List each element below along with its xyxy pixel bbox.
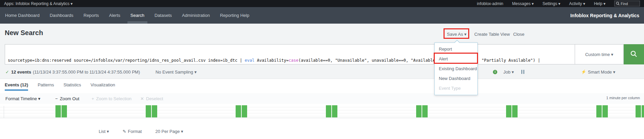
- per-page-menu[interactable]: 20 Per Page ▾: [155, 129, 183, 134]
- nav-dashboards[interactable]: Dashboards: [45, 7, 78, 24]
- apps-menu[interactable]: Apps: Infoblox Reporting & Analytics ▾: [4, 1, 73, 6]
- deselect-label: Deselect: [146, 96, 163, 101]
- nav-home-dashboard[interactable]: Home Dashboard: [0, 7, 45, 24]
- time-range-picker[interactable]: Custom time ▾: [575, 44, 624, 64]
- timeline-bar[interactable]: [55, 105, 61, 117]
- timeline-bar[interactable]: [512, 105, 518, 117]
- zoom-to-selection-button: + Zoom to Selection: [92, 96, 132, 101]
- nav-reporting-help[interactable]: Reporting Help: [215, 7, 255, 24]
- timeline-bar[interactable]: [422, 105, 428, 117]
- format-events-label: Format: [128, 129, 142, 134]
- format-events-menu[interactable]: ✎ Format: [122, 129, 142, 134]
- save-as-dropdown-menu: Report Alert Existing Dashboard New Dash…: [434, 43, 478, 95]
- timeline-bar[interactable]: [152, 105, 157, 117]
- query-args-text: (available==0, "Unavailable", unavailabl…: [299, 58, 543, 63]
- check-icon: ✓: [5, 70, 9, 75]
- timeline-scale-label: 1 minute per column: [606, 96, 640, 100]
- search-icon: [616, 1, 620, 7]
- help-menu[interactable]: Help ▾: [594, 1, 605, 6]
- job-status-bar: ✓ 12 events (11/13/24 3:37:55.000 PM to …: [0, 67, 644, 77]
- nav-datasets[interactable]: Datasets: [149, 7, 177, 24]
- close-button[interactable]: Close: [513, 32, 524, 37]
- lightning-icon: ⚡: [581, 70, 586, 74]
- status-right-controls: i Job ▾ ⚡ Smart Mode ▾: [493, 67, 615, 77]
- query-eval-keyword: eval: [245, 58, 255, 63]
- timeline-bar[interactable]: [146, 105, 151, 117]
- save-as-button[interactable]: Save As ▾: [447, 32, 467, 37]
- search-query-input[interactable]: sourcetype=ib:dns:reserved source=/infob…: [5, 44, 575, 64]
- nav-search-label: Search: [130, 13, 144, 18]
- menu-item-report[interactable]: Report: [435, 44, 477, 54]
- list-view-menu[interactable]: List ▾: [99, 129, 109, 134]
- app-title: Infoblox Reporting & Analytics: [566, 7, 644, 24]
- tab-patterns[interactable]: Patterns: [33, 79, 58, 91]
- plus-icon: +: [92, 96, 94, 101]
- zoom-out-label: Zoom Out: [60, 96, 79, 101]
- query-field-text: Availability=: [255, 58, 289, 63]
- format-timeline-menu[interactable]: Format Timeline ▾: [5, 96, 40, 101]
- nav-reports[interactable]: Reports: [78, 7, 104, 24]
- app-nav-bar: Home Dashboard Dashboards Reports Alerts…: [0, 7, 644, 24]
- nav-administration[interactable]: Administration: [177, 7, 215, 24]
- tab-events[interactable]: Events (12): [0, 79, 33, 91]
- timeline-chart[interactable]: [0, 105, 644, 118]
- nav-alerts[interactable]: Alerts: [104, 7, 125, 24]
- tab-statistics[interactable]: Statistics: [59, 79, 86, 91]
- active-nav-indicator: [127, 21, 147, 24]
- run-search-button[interactable]: [624, 44, 644, 64]
- pencil-icon: ✎: [122, 129, 126, 134]
- search-magnifier-icon: [630, 50, 638, 59]
- x-icon: ✕: [140, 96, 144, 101]
- search-mode-menu[interactable]: ⚡ Smart Mode ▾: [581, 70, 615, 75]
- timeline-bar[interactable]: [596, 105, 602, 117]
- query-case-keyword: case: [289, 58, 299, 63]
- user-menu[interactable]: infoblox-admin: [477, 1, 503, 6]
- event-count: 12 events: [11, 70, 31, 75]
- timeline-bar[interactable]: [416, 105, 422, 117]
- timeline-bar[interactable]: [602, 105, 608, 117]
- top-bar-right: infoblox-admin Messages ▾ Settings ▾ Act…: [477, 1, 640, 6]
- timeline-axis-line: [4, 106, 4, 118]
- menu-caret-fill: [454, 40, 460, 43]
- timeline-bar[interactable]: [506, 105, 511, 117]
- create-table-view-button[interactable]: Create Table View: [474, 32, 510, 37]
- query-line-1: sourcetype=ib:dns:reserved source=/infob…: [8, 57, 571, 64]
- timeline-bar[interactable]: [332, 105, 337, 117]
- timeline-bar[interactable]: [62, 105, 67, 117]
- timeline-bar[interactable]: [642, 105, 644, 117]
- page-title: New Search: [5, 29, 43, 37]
- event-time-range: (11/13/24 3:37:55.000 PM to 11/13/24 4:3…: [33, 70, 140, 75]
- deselect-button: ✕ Deselect: [140, 96, 163, 101]
- results-tabs: Events (12) Patterns Statistics Visualiz…: [0, 79, 644, 90]
- menu-item-new-dashboard[interactable]: New Dashboard: [435, 74, 477, 83]
- zoom-out-button[interactable]: − Zoom Out: [55, 96, 79, 101]
- menu-item-existing-dashboard[interactable]: Existing Dashboard: [435, 64, 477, 74]
- timeline-bar[interactable]: [326, 105, 331, 117]
- timeline-bar[interactable]: [236, 105, 241, 117]
- job-menu[interactable]: Job ▾: [503, 70, 514, 75]
- events-list-controls: List ▾ ✎ Format 20 Per Page ▾: [0, 127, 644, 136]
- find-search-box[interactable]: [614, 1, 640, 6]
- menu-item-event-type: Event Type: [435, 83, 477, 93]
- timeline-bar[interactable]: [636, 105, 641, 117]
- find-input[interactable]: [621, 2, 638, 6]
- event-sampling-menu[interactable]: No Event Sampling ▾: [156, 70, 196, 75]
- timeline-bar[interactable]: [242, 105, 247, 117]
- minus-icon: −: [55, 96, 58, 101]
- top-bar: Apps: Infoblox Reporting & Analytics ▾ i…: [0, 0, 644, 7]
- messages-menu[interactable]: Messages ▾: [512, 1, 534, 6]
- tab-visualization[interactable]: Visualization: [86, 79, 120, 91]
- search-mode-label: Smart Mode ▾: [588, 70, 615, 75]
- query-source-text: sourcetype=ib:dns:reserved source=/infob…: [8, 58, 245, 63]
- pause-icon[interactable]: [521, 70, 524, 74]
- timeline-controls: Format Timeline ▾ − Zoom Out + Zoom to S…: [0, 93, 644, 104]
- settings-menu[interactable]: Settings ▾: [543, 1, 560, 6]
- activity-menu[interactable]: Activity ▾: [569, 1, 585, 6]
- menu-item-alert[interactable]: Alert: [435, 54, 477, 64]
- job-info-icon: i: [493, 70, 497, 74]
- zoom-to-selection-label: Zoom to Selection: [96, 96, 132, 101]
- nav-search[interactable]: Search: [125, 7, 149, 24]
